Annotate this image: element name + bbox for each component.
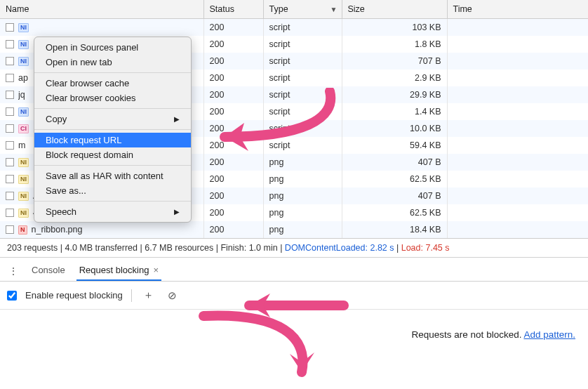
row-checkbox[interactable]: [6, 192, 14, 200]
row-checkbox[interactable]: [6, 74, 14, 82]
context-menu: Open in Sources panel Open in new tab Cl…: [34, 37, 192, 223]
menu-separator: [34, 72, 191, 73]
row-checkbox[interactable]: [6, 209, 14, 217]
column-type[interactable]: Type▼: [263, 0, 342, 19]
cell-type: script: [263, 36, 342, 53]
submenu-arrow-icon: ▶: [174, 115, 180, 123]
menu-separator: [34, 201, 191, 202]
tab-request-blocking[interactable]: Request blocking ×: [76, 261, 161, 281]
cell-status: 200: [203, 53, 263, 70]
cell-status: 200: [203, 154, 263, 171]
cell-status: 200: [203, 19, 263, 37]
menu-save-as[interactable]: Save as...: [34, 183, 191, 198]
status-load: Load: 7.45 s: [401, 243, 450, 253]
column-status[interactable]: Status: [203, 0, 263, 19]
status-domcontentloaded: DOMContentLoaded: 2.82 s: [285, 243, 394, 253]
cell-size: 1.4 KB: [342, 103, 447, 120]
cell-type: script: [263, 103, 342, 120]
cell-status: 200: [203, 36, 263, 53]
table-row[interactable]: NI200script103 KB: [0, 19, 588, 37]
initiator-badge: NI: [18, 192, 29, 201]
menu-copy[interactable]: Copy▶: [34, 112, 191, 126]
cell-size: 2.9 KB: [342, 70, 447, 86]
status-finish: Finish: 1.0 min: [220, 243, 277, 253]
menu-speech[interactable]: Speech▶: [34, 204, 191, 219]
row-checkbox[interactable]: [6, 23, 14, 32]
cell-status: 200: [203, 103, 263, 120]
cell-time: [447, 137, 588, 154]
cell-type: png: [263, 154, 342, 171]
row-checkbox[interactable]: [6, 141, 14, 150]
cell-status: 200: [203, 171, 263, 187]
menu-open-sources[interactable]: Open in Sources panel: [34, 40, 191, 55]
menu-save-har[interactable]: Save all as HAR with content: [34, 169, 191, 183]
column-time[interactable]: Time: [447, 0, 588, 19]
enable-blocking-checkbox[interactable]: [7, 291, 17, 301]
cell-size: 10.0 KB: [342, 120, 447, 137]
blocking-empty-state: Requests are not blocked. Add pattern.: [0, 310, 588, 340]
add-pattern-icon[interactable]: ＋: [140, 287, 156, 303]
cell-status: 200: [203, 86, 263, 103]
cell-type: script: [263, 137, 342, 154]
drawer-tabs: ⋮ Console Request blocking ×: [0, 258, 588, 282]
row-checkbox[interactable]: [6, 107, 14, 116]
enable-blocking-label: Enable request blocking: [25, 290, 123, 301]
cell-type: png: [263, 221, 342, 238]
cell-time: [447, 86, 588, 103]
cell-size: 62.5 KB: [342, 171, 447, 187]
cell-status: 200: [203, 120, 263, 137]
row-checkbox[interactable]: [6, 124, 14, 133]
menu-separator: [34, 129, 191, 130]
initiator-badge: NI: [18, 175, 29, 184]
row-checkbox[interactable]: [6, 57, 14, 65]
status-transferred: 4.0 MB transferred: [65, 243, 138, 253]
cell-size: 59.4 KB: [342, 137, 447, 154]
menu-block-request-url[interactable]: Block request URL: [34, 133, 191, 147]
cell-size: 62.5 KB: [342, 204, 447, 221]
drawer-menu-icon[interactable]: ⋮: [7, 263, 20, 279]
row-checkbox[interactable]: [6, 158, 14, 166]
row-checkbox[interactable]: [6, 175, 14, 183]
menu-separator: [34, 108, 191, 109]
initiator-badge: CI: [18, 124, 29, 133]
row-checkbox[interactable]: [6, 40, 14, 48]
cell-time: [447, 154, 588, 171]
table-row[interactable]: Nn_ribbon.png200png18.4 KB: [0, 221, 588, 238]
table-header-row: Name Status Type▼ Size Time: [0, 0, 588, 19]
menu-block-request-domain[interactable]: Block request domain: [34, 147, 191, 162]
menu-clear-cookies[interactable]: Clear browser cookies: [34, 91, 191, 105]
close-icon[interactable]: ×: [153, 265, 159, 275]
cell-time: [447, 53, 588, 70]
cell-time: [447, 120, 588, 137]
cell-type: png: [263, 204, 342, 221]
column-name[interactable]: Name: [0, 0, 203, 19]
menu-clear-cache[interactable]: Clear browser cache: [34, 76, 191, 91]
cell-status: 200: [203, 221, 263, 238]
cell-size: 1.8 KB: [342, 36, 447, 53]
initiator-badge: N: [18, 225, 27, 235]
column-size[interactable]: Size: [342, 0, 447, 19]
cell-time: [447, 36, 588, 53]
cell-type: script: [263, 120, 342, 137]
blocking-toolbar: Enable request blocking ＋ ⊘: [0, 282, 588, 310]
cell-status: 200: [203, 70, 263, 86]
add-pattern-link[interactable]: Add pattern.: [523, 329, 575, 340]
cell-time: [447, 19, 588, 37]
tab-console[interactable]: Console: [29, 261, 68, 281]
file-name: n_ribbon.png: [32, 225, 83, 235]
cell-size: 29.9 KB: [342, 86, 447, 103]
cell-size: 707 B: [342, 53, 447, 70]
cell-status: 200: [203, 137, 263, 154]
row-checkbox[interactable]: [6, 91, 14, 99]
menu-open-new-tab[interactable]: Open in new tab: [34, 55, 191, 70]
status-bar: 203 requests | 4.0 MB transferred | 6.7 …: [0, 239, 588, 258]
cell-size: 407 B: [342, 187, 447, 204]
row-checkbox[interactable]: [6, 225, 14, 234]
cell-size: 407 B: [342, 154, 447, 171]
clear-patterns-icon[interactable]: ⊘: [165, 288, 180, 303]
file-name: ap: [18, 73, 28, 83]
status-requests: 203 requests: [7, 243, 58, 253]
cell-size: 18.4 KB: [342, 221, 447, 238]
file-name: m: [18, 140, 25, 150]
cell-size: 103 KB: [342, 19, 447, 37]
